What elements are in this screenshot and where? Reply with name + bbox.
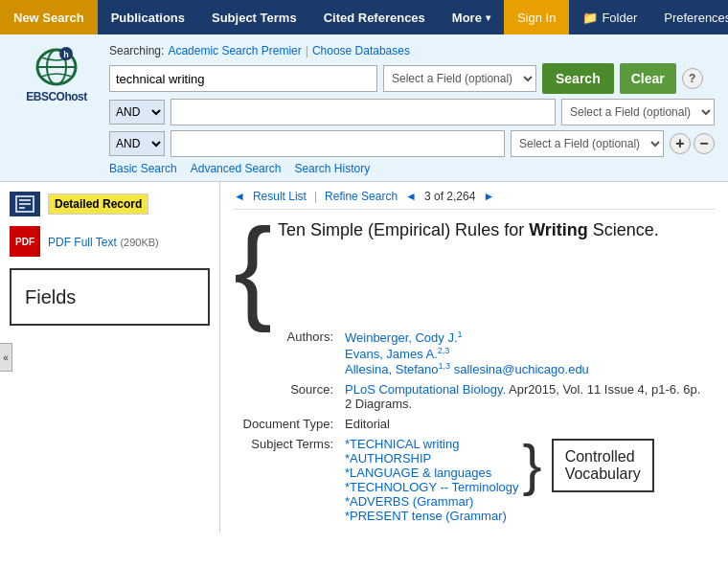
nav-preferences[interactable]: Preferences [650, 0, 728, 34]
search-row-2: AND Select a Field (optional) [109, 99, 715, 125]
field-select-2[interactable]: Select a Field (optional) [561, 99, 715, 125]
metadata-table: Authors: Weinberger, Cody J.1 Evans, Jam… [234, 327, 715, 526]
author-1-link[interactable]: Weinberger, Cody J.1 [345, 330, 463, 345]
next-record-arrow[interactable]: ► [483, 190, 494, 203]
article-title: Ten Simple (Empirical) Rules for Writing… [278, 219, 659, 241]
pdf-size: (290KB) [120, 237, 158, 248]
controlled-vocab-box: ControlledVocabulary [552, 439, 654, 492]
record-count: 3 of 2,264 [424, 190, 475, 203]
subject-link[interactable]: *AUTHORSHIP [345, 451, 519, 466]
search-links: Basic Search Advanced Search Search Hist… [109, 162, 715, 175]
more-dropdown-arrow: ▾ [486, 12, 490, 23]
folder-icon: 📁 [582, 11, 598, 25]
prev-arrow-icon[interactable]: ◄ [234, 190, 245, 203]
authors-row: Authors: Weinberger, Cody J.1 Evans, Jam… [234, 327, 715, 379]
searching-label: Searching: [109, 44, 164, 57]
logo-area: h EBSCOhost [13, 44, 100, 103]
author-2-link[interactable]: Evans, James A.2,3 [345, 347, 449, 361]
search-input-3[interactable] [171, 130, 505, 157]
subject-terms-label: Subject Terms: [234, 434, 339, 526]
authors-label: Authors: [234, 327, 339, 379]
nav-new-search[interactable]: New Search [0, 0, 98, 34]
ebscohost-text: EBSCOhost [26, 90, 87, 103]
pdf-label-area: PDF Full Text (290KB) [48, 235, 159, 249]
pdf-icon: PDF [10, 226, 40, 257]
source-link[interactable]: PLoS Computational Biology. [345, 382, 506, 397]
source-label: Source: [234, 379, 339, 414]
subject-brace-area: *TECHNICAL writing*AUTHORSHIP*LANGUAGE &… [345, 437, 709, 523]
nav-separator: | [314, 190, 317, 203]
pdf-tool[interactable]: PDF PDF Full Text (290KB) [10, 226, 210, 257]
authors-value: Weinberger, Cody J.1 Evans, James A.2,3 … [339, 327, 715, 379]
basic-search-link[interactable]: Basic Search [109, 162, 177, 175]
search-input-2[interactable] [171, 99, 556, 125]
prev-record-arrow[interactable]: ◄ [405, 190, 417, 203]
nav-cited-references[interactable]: Cited References [310, 0, 439, 34]
subjects-list: *TECHNICAL writing*AUTHORSHIP*LANGUAGE &… [345, 437, 519, 523]
doc-type-value: Editorial [339, 414, 715, 434]
source-value: PLoS Computational Biology. Apr2015, Vol… [339, 379, 715, 414]
separator: | [306, 44, 308, 57]
subject-link[interactable]: *TECHNOLOGY -- Terminology [345, 480, 519, 494]
subject-terms-value: *TECHNICAL writing*AUTHORSHIP*LANGUAGE &… [339, 434, 715, 526]
search-row-1: Select a Field (optional) Search Clear ? [109, 63, 715, 94]
detailed-record-icon [10, 192, 40, 216]
author-3-link[interactable]: Allesina, Stefano1,3 [345, 362, 454, 376]
doc-type-label: Document Type: [234, 414, 339, 434]
advanced-search-link[interactable]: Advanced Search [191, 162, 282, 175]
logo-search-row: h EBSCOhost Searching: Academic Search P… [13, 44, 715, 175]
top-nav: New Search Publications Subject Terms Ci… [0, 0, 728, 34]
main-content: « Detailed Record PDF PDF Full Text (290… [0, 182, 728, 534]
left-sidebar: « Detailed Record PDF PDF Full Text (290… [0, 182, 220, 534]
title-bold: Writing [529, 220, 588, 239]
search-button[interactable]: Search [542, 63, 614, 94]
field-select-1[interactable]: Select a Field (optional) [383, 65, 536, 92]
nav-subject-terms[interactable]: Subject Terms [198, 0, 310, 34]
clear-button[interactable]: Clear [620, 63, 676, 94]
add-row-button[interactable]: + [670, 133, 691, 154]
subject-link[interactable]: *LANGUAGE & languages [345, 466, 519, 480]
subject-link[interactable]: *TECHNICAL writing [345, 437, 519, 451]
remove-row-button[interactable]: − [694, 133, 715, 154]
nav-more[interactable]: More▾ [439, 0, 504, 34]
result-nav: ◄ Result List | Refine Search ◄ 3 of 2,2… [234, 190, 715, 210]
subjects-brace: } [523, 437, 542, 494]
db-link[interactable]: Academic Search Premier [168, 44, 301, 57]
boolean-select-1[interactable]: AND [109, 100, 165, 125]
collapse-sidebar-button[interactable]: « [0, 343, 12, 372]
nav-sign-in[interactable]: Sign In [504, 0, 569, 34]
nav-right: Sign In 📁 Folder Preferences [504, 0, 728, 34]
nav-folder[interactable]: 📁 Folder [569, 0, 650, 34]
subject-link[interactable]: *ADVERBS (Grammar) [345, 494, 519, 509]
subject-link[interactable]: *PRESENT tense (Grammar) [345, 509, 519, 523]
search-row-3: AND Select a Field (optional) + − [109, 130, 715, 157]
fields-label: Fields [25, 286, 76, 308]
boolean-select-2[interactable]: AND [109, 131, 165, 156]
ebscohost-logo: h [34, 46, 80, 88]
help-button[interactable]: ? [682, 68, 703, 89]
add-remove-buttons: + − [670, 133, 715, 154]
title-area: { Ten Simple (Empirical) Rules for Writi… [234, 219, 715, 317]
search-area: h EBSCOhost Searching: Academic Search P… [0, 34, 728, 182]
refine-search-link[interactable]: Refine Search [325, 190, 398, 203]
author-3-email[interactable]: sallesina@uchicago.edu [454, 362, 589, 376]
nav-publications[interactable]: Publications [98, 0, 198, 34]
search-history-link[interactable]: Search History [294, 162, 370, 175]
result-list-link[interactable]: Result List [253, 190, 307, 203]
title-suffix: Science. [588, 220, 659, 239]
detailed-record-tool[interactable]: Detailed Record [10, 192, 210, 216]
subject-terms-row: Subject Terms: *TECHNICAL writing*AUTHOR… [234, 434, 715, 526]
detailed-record-label: Detailed Record [48, 193, 148, 215]
title-brace: { [234, 219, 272, 317]
svg-text:h: h [63, 50, 69, 59]
right-content: ◄ Result List | Refine Search ◄ 3 of 2,2… [220, 182, 728, 534]
title-prefix: Ten Simple (Empirical) Rules for [278, 220, 529, 239]
choose-databases-link[interactable]: Choose Databases [312, 44, 410, 57]
search-info: Searching: Academic Search Premier | Cho… [109, 44, 715, 57]
source-row: Source: PLoS Computational Biology. Apr2… [234, 379, 715, 414]
pdf-label: PDF Full Text [48, 236, 117, 249]
field-select-3[interactable]: Select a Field (optional) [511, 130, 664, 157]
search-input-1[interactable] [109, 65, 377, 92]
fields-box: Fields [10, 268, 210, 326]
search-fields-area: Searching: Academic Search Premier | Cho… [109, 44, 715, 175]
